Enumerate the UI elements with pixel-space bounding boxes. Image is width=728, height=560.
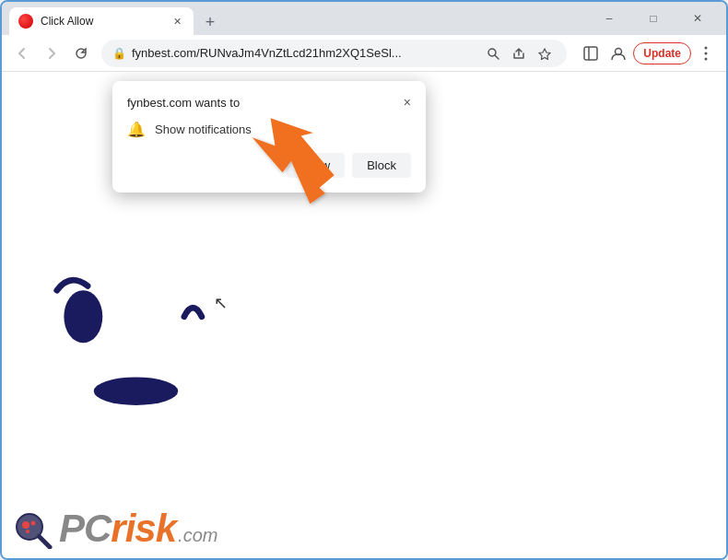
svg-point-6 [705,46,708,49]
svg-point-19 [18,515,41,539]
cartoon-face [29,238,260,422]
navigation-bar: 🔒 fynbest.com/RUNvaJm4VnZtLcd21hm2XQ1SeS… [2,35,726,72]
active-tab[interactable]: Click Allow ✕ [9,7,194,35]
svg-point-8 [705,57,708,60]
notification-option-label: Show notifications [155,122,252,136]
url-text: fynbest.com/RUNvaJm4VnZtLcd21hm2XQ1SeSl.… [132,46,476,60]
svg-point-12 [94,377,178,404]
svg-line-18 [39,536,50,547]
share-icon-btn[interactable] [508,42,530,64]
svg-point-11 [64,290,102,343]
pcrisk-text-group: PC risk .com [59,507,217,551]
tab-title: Click Allow [41,15,162,28]
bell-icon: 🔔 [127,121,146,138]
tab-area: Click Allow ✕ + [9,2,581,35]
risk-text: risk [111,507,176,551]
more-options-btn[interactable] [693,41,719,66]
new-tab-button[interactable]: + [197,9,223,35]
browser-window: Click Allow ✕ + – □ ✕ 🔒 fynbest.com/RUNv… [0,0,728,560]
content-area: fynbest.com wants to × 🔔 Show notificati… [2,72,726,558]
bookmark-icon-btn[interactable] [534,42,556,64]
dialog-close-button[interactable]: × [404,96,411,109]
toolbar-right: Update [578,41,719,66]
svg-line-1 [495,55,499,59]
svg-point-7 [705,52,708,54]
address-bar[interactable]: 🔒 fynbest.com/RUNvaJm4VnZtLcd21hm2XQ1SeS… [101,40,567,67]
back-button[interactable] [9,41,35,66]
search-icon-btn[interactable] [482,42,504,64]
address-icons [482,42,556,64]
window-controls: – □ ✕ [588,4,719,33]
pcrisk-watermark: PC risk .com [13,507,217,551]
reload-button[interactable] [68,41,94,66]
title-bar: Click Allow ✕ + – □ ✕ [2,2,726,35]
profile-btn[interactable] [605,41,631,66]
tab-close-button[interactable]: ✕ [170,14,184,29]
maximize-button[interactable]: □ [632,4,675,33]
orange-arrow [251,99,352,223]
block-button[interactable]: Block [352,153,411,178]
svg-marker-2 [539,49,550,60]
pcrisk-logo-icon [13,508,53,549]
svg-rect-3 [584,47,597,60]
forward-button[interactable] [39,41,65,66]
minimize-button[interactable]: – [588,4,630,33]
close-button[interactable]: ✕ [676,4,719,33]
tab-favicon [18,14,33,29]
dialog-title: fynbest.com wants to [127,96,240,110]
pc-text: PC [59,507,111,551]
lock-icon: 🔒 [112,47,126,60]
sidebar-toggle-btn[interactable] [578,41,604,66]
domain-text: .com [178,525,217,549]
update-button[interactable]: Update [633,42,691,64]
